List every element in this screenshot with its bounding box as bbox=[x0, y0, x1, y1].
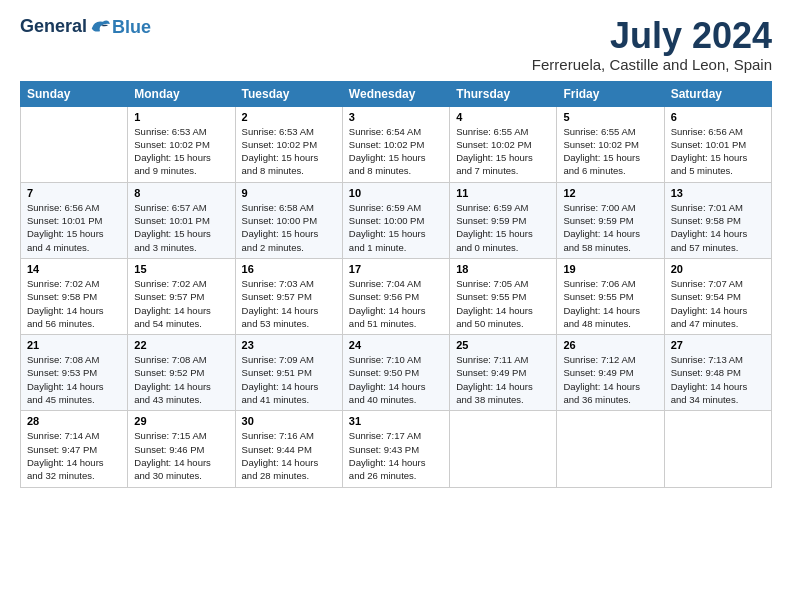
calendar-cell: 22Sunrise: 7:08 AMSunset: 9:52 PMDayligh… bbox=[128, 335, 235, 411]
calendar-cell: 10Sunrise: 6:59 AMSunset: 10:00 PMDaylig… bbox=[342, 182, 449, 258]
day-info: Sunrise: 7:12 AMSunset: 9:49 PMDaylight:… bbox=[563, 353, 657, 406]
day-number: 9 bbox=[242, 187, 336, 199]
day-number: 22 bbox=[134, 339, 228, 351]
logo: General Blue bbox=[20, 16, 151, 38]
day-info: Sunrise: 6:58 AMSunset: 10:00 PMDaylight… bbox=[242, 201, 336, 254]
calendar-cell: 16Sunrise: 7:03 AMSunset: 9:57 PMDayligh… bbox=[235, 258, 342, 334]
header-cell-wednesday: Wednesday bbox=[342, 81, 449, 106]
day-info: Sunrise: 7:00 AMSunset: 9:59 PMDaylight:… bbox=[563, 201, 657, 254]
day-info: Sunrise: 7:02 AMSunset: 9:57 PMDaylight:… bbox=[134, 277, 228, 330]
day-number: 24 bbox=[349, 339, 443, 351]
day-number: 29 bbox=[134, 415, 228, 427]
day-info: Sunrise: 7:15 AMSunset: 9:46 PMDaylight:… bbox=[134, 429, 228, 482]
calendar-cell: 5Sunrise: 6:55 AMSunset: 10:02 PMDayligh… bbox=[557, 106, 664, 182]
calendar-cell: 18Sunrise: 7:05 AMSunset: 9:55 PMDayligh… bbox=[450, 258, 557, 334]
day-info: Sunrise: 7:06 AMSunset: 9:55 PMDaylight:… bbox=[563, 277, 657, 330]
calendar-cell: 17Sunrise: 7:04 AMSunset: 9:56 PMDayligh… bbox=[342, 258, 449, 334]
day-info: Sunrise: 7:05 AMSunset: 9:55 PMDaylight:… bbox=[456, 277, 550, 330]
day-number: 11 bbox=[456, 187, 550, 199]
calendar-cell: 24Sunrise: 7:10 AMSunset: 9:50 PMDayligh… bbox=[342, 335, 449, 411]
header: General Blue July 2024 Ferreruela, Casti… bbox=[20, 16, 772, 73]
calendar-cell: 13Sunrise: 7:01 AMSunset: 9:58 PMDayligh… bbox=[664, 182, 771, 258]
day-info: Sunrise: 7:11 AMSunset: 9:49 PMDaylight:… bbox=[456, 353, 550, 406]
calendar-cell bbox=[557, 411, 664, 487]
calendar-cell: 6Sunrise: 6:56 AMSunset: 10:01 PMDayligh… bbox=[664, 106, 771, 182]
calendar-cell: 14Sunrise: 7:02 AMSunset: 9:58 PMDayligh… bbox=[21, 258, 128, 334]
day-info: Sunrise: 6:59 AMSunset: 10:00 PMDaylight… bbox=[349, 201, 443, 254]
calendar-header: SundayMondayTuesdayWednesdayThursdayFrid… bbox=[21, 81, 772, 106]
day-number: 18 bbox=[456, 263, 550, 275]
calendar-cell bbox=[21, 106, 128, 182]
header-cell-monday: Monday bbox=[128, 81, 235, 106]
header-cell-tuesday: Tuesday bbox=[235, 81, 342, 106]
bird-icon bbox=[89, 16, 111, 38]
calendar-week-4: 21Sunrise: 7:08 AMSunset: 9:53 PMDayligh… bbox=[21, 335, 772, 411]
calendar-cell: 31Sunrise: 7:17 AMSunset: 9:43 PMDayligh… bbox=[342, 411, 449, 487]
day-info: Sunrise: 7:02 AMSunset: 9:58 PMDaylight:… bbox=[27, 277, 121, 330]
day-info: Sunrise: 6:53 AMSunset: 10:02 PMDaylight… bbox=[134, 125, 228, 178]
day-info: Sunrise: 7:08 AMSunset: 9:53 PMDaylight:… bbox=[27, 353, 121, 406]
calendar-cell: 21Sunrise: 7:08 AMSunset: 9:53 PMDayligh… bbox=[21, 335, 128, 411]
day-info: Sunrise: 6:54 AMSunset: 10:02 PMDaylight… bbox=[349, 125, 443, 178]
day-number: 7 bbox=[27, 187, 121, 199]
calendar-week-3: 14Sunrise: 7:02 AMSunset: 9:58 PMDayligh… bbox=[21, 258, 772, 334]
calendar-cell: 19Sunrise: 7:06 AMSunset: 9:55 PMDayligh… bbox=[557, 258, 664, 334]
day-number: 27 bbox=[671, 339, 765, 351]
calendar-week-2: 7Sunrise: 6:56 AMSunset: 10:01 PMDayligh… bbox=[21, 182, 772, 258]
day-number: 17 bbox=[349, 263, 443, 275]
day-info: Sunrise: 6:55 AMSunset: 10:02 PMDaylight… bbox=[563, 125, 657, 178]
calendar-week-5: 28Sunrise: 7:14 AMSunset: 9:47 PMDayligh… bbox=[21, 411, 772, 487]
day-info: Sunrise: 7:10 AMSunset: 9:50 PMDaylight:… bbox=[349, 353, 443, 406]
day-number: 23 bbox=[242, 339, 336, 351]
day-number: 21 bbox=[27, 339, 121, 351]
day-number: 1 bbox=[134, 111, 228, 123]
calendar-cell: 20Sunrise: 7:07 AMSunset: 9:54 PMDayligh… bbox=[664, 258, 771, 334]
day-number: 19 bbox=[563, 263, 657, 275]
header-cell-saturday: Saturday bbox=[664, 81, 771, 106]
calendar-page: General Blue July 2024 Ferreruela, Casti… bbox=[0, 0, 792, 612]
calendar-cell bbox=[450, 411, 557, 487]
day-number: 6 bbox=[671, 111, 765, 123]
header-cell-sunday: Sunday bbox=[21, 81, 128, 106]
day-number: 3 bbox=[349, 111, 443, 123]
day-number: 31 bbox=[349, 415, 443, 427]
day-info: Sunrise: 7:03 AMSunset: 9:57 PMDaylight:… bbox=[242, 277, 336, 330]
calendar-week-1: 1Sunrise: 6:53 AMSunset: 10:02 PMDayligh… bbox=[21, 106, 772, 182]
day-info: Sunrise: 6:53 AMSunset: 10:02 PMDaylight… bbox=[242, 125, 336, 178]
calendar-cell: 3Sunrise: 6:54 AMSunset: 10:02 PMDayligh… bbox=[342, 106, 449, 182]
header-cell-friday: Friday bbox=[557, 81, 664, 106]
logo-text: General bbox=[20, 16, 111, 38]
day-info: Sunrise: 6:56 AMSunset: 10:01 PMDaylight… bbox=[27, 201, 121, 254]
header-cell-thursday: Thursday bbox=[450, 81, 557, 106]
day-number: 25 bbox=[456, 339, 550, 351]
logo-line2: Blue bbox=[112, 17, 151, 38]
calendar-cell bbox=[664, 411, 771, 487]
calendar-cell: 12Sunrise: 7:00 AMSunset: 9:59 PMDayligh… bbox=[557, 182, 664, 258]
title-block: July 2024 Ferreruela, Castille and Leon,… bbox=[532, 16, 772, 73]
day-info: Sunrise: 7:08 AMSunset: 9:52 PMDaylight:… bbox=[134, 353, 228, 406]
calendar-cell: 27Sunrise: 7:13 AMSunset: 9:48 PMDayligh… bbox=[664, 335, 771, 411]
day-number: 10 bbox=[349, 187, 443, 199]
calendar-cell: 8Sunrise: 6:57 AMSunset: 10:01 PMDayligh… bbox=[128, 182, 235, 258]
calendar-body: 1Sunrise: 6:53 AMSunset: 10:02 PMDayligh… bbox=[21, 106, 772, 487]
calendar-cell: 9Sunrise: 6:58 AMSunset: 10:00 PMDayligh… bbox=[235, 182, 342, 258]
day-info: Sunrise: 7:13 AMSunset: 9:48 PMDaylight:… bbox=[671, 353, 765, 406]
calendar-cell: 28Sunrise: 7:14 AMSunset: 9:47 PMDayligh… bbox=[21, 411, 128, 487]
day-number: 5 bbox=[563, 111, 657, 123]
day-info: Sunrise: 7:17 AMSunset: 9:43 PMDaylight:… bbox=[349, 429, 443, 482]
calendar-cell: 29Sunrise: 7:15 AMSunset: 9:46 PMDayligh… bbox=[128, 411, 235, 487]
calendar-cell: 1Sunrise: 6:53 AMSunset: 10:02 PMDayligh… bbox=[128, 106, 235, 182]
day-number: 16 bbox=[242, 263, 336, 275]
calendar-cell: 25Sunrise: 7:11 AMSunset: 9:49 PMDayligh… bbox=[450, 335, 557, 411]
main-title: July 2024 bbox=[532, 16, 772, 56]
day-number: 4 bbox=[456, 111, 550, 123]
day-number: 13 bbox=[671, 187, 765, 199]
day-info: Sunrise: 6:56 AMSunset: 10:01 PMDaylight… bbox=[671, 125, 765, 178]
calendar-cell: 2Sunrise: 6:53 AMSunset: 10:02 PMDayligh… bbox=[235, 106, 342, 182]
calendar-cell: 4Sunrise: 6:55 AMSunset: 10:02 PMDayligh… bbox=[450, 106, 557, 182]
calendar-cell: 15Sunrise: 7:02 AMSunset: 9:57 PMDayligh… bbox=[128, 258, 235, 334]
day-number: 26 bbox=[563, 339, 657, 351]
day-number: 28 bbox=[27, 415, 121, 427]
calendar-cell: 26Sunrise: 7:12 AMSunset: 9:49 PMDayligh… bbox=[557, 335, 664, 411]
day-number: 15 bbox=[134, 263, 228, 275]
